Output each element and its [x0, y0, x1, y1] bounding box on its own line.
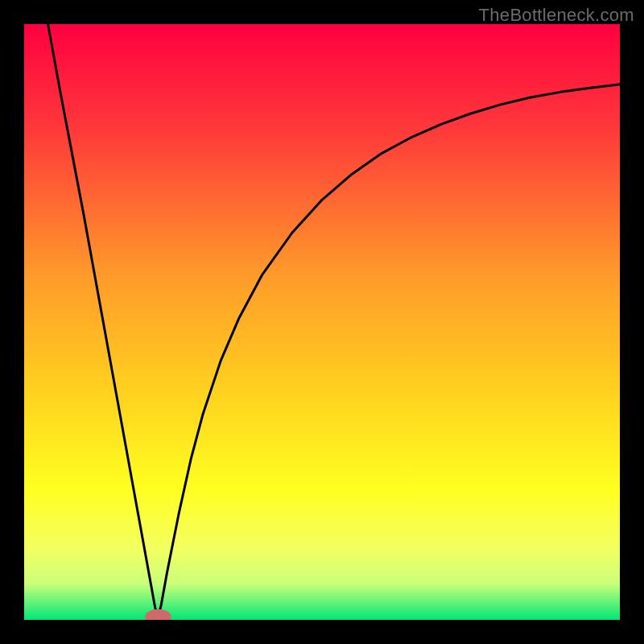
watermark-text: TheBottleneck.com: [479, 5, 634, 26]
chart-frame: [24, 24, 620, 620]
bottleneck-chart: [24, 24, 620, 620]
gradient-bg: [24, 24, 620, 620]
